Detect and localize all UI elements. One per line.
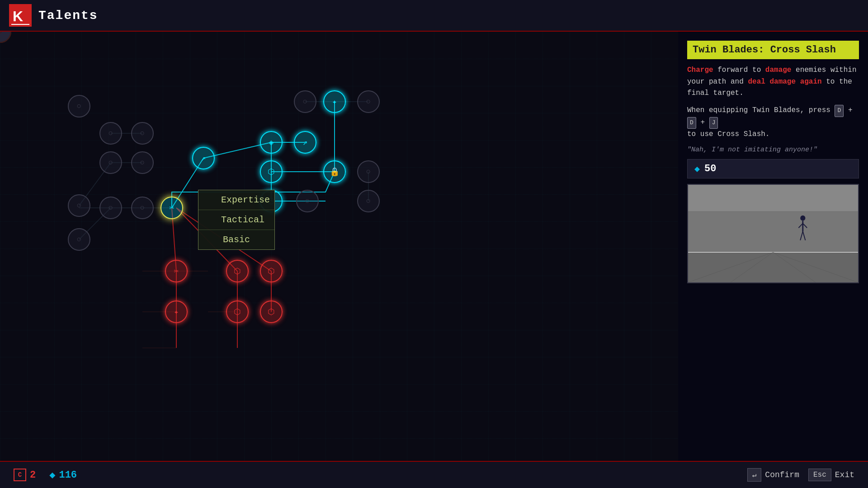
talent-node-red-5[interactable]: ⬡ — [226, 300, 249, 323]
talent-node-dim-1[interactable]: ○ — [68, 95, 90, 117]
talent-node-red-2[interactable]: ⬡ — [226, 260, 249, 282]
svg-rect-34 — [688, 251, 858, 282]
cost-diamond-icon: ◆ — [694, 163, 700, 174]
skill-extra: When equipping Twin Blades, press D + D … — [687, 105, 859, 141]
counter-diamond: ◆ 116 — [49, 469, 77, 481]
exit-key: Esc — [808, 469, 831, 481]
extra-text2: to use Cross Slash. — [687, 130, 769, 138]
talent-node-dim-14[interactable]: ○ — [294, 90, 316, 113]
svg-point-41 — [800, 216, 805, 221]
logo-icon: K — [9, 4, 32, 27]
extra-text1: When equipping Twin Blades, press — [687, 106, 835, 114]
talent-node-dim-7[interactable]: ○ — [68, 228, 90, 251]
context-menu-expertise[interactable]: Expertise — [198, 190, 274, 210]
cost-value: 50 — [704, 163, 716, 174]
talent-node-cyan-1[interactable]: ↗ — [192, 147, 215, 169]
desc-charge: Charge — [687, 66, 713, 74]
talent-node-cyan-7[interactable]: ✦ — [323, 90, 346, 113]
exit-label: Exit — [835, 470, 854, 479]
talent-node-dim-6[interactable]: ○ — [131, 151, 154, 174]
footer-counters: C 2 ◆ 116 — [14, 469, 77, 481]
confirm-key: ↵ — [747, 468, 762, 482]
context-menu: Expertise Tactical Basic — [198, 190, 275, 250]
talent-node-dim-8[interactable]: ○ — [99, 197, 122, 219]
talent-node-dim-13[interactable]: ○ — [357, 90, 380, 113]
talent-node-red-3[interactable]: ⬡ — [260, 260, 283, 282]
talent-tree[interactable]: Expertise Tactical Basic ✂ ↗ ◈ ↗ ⬡ ⬡ 🔒 ✦… — [0, 32, 678, 461]
key-d1: D — [835, 105, 844, 117]
right-panel: Twin Blades: Cross Slash Charge forward … — [678, 32, 868, 461]
preview-background — [688, 185, 858, 282]
confirm-button[interactable]: ↵ Confirm — [747, 468, 799, 482]
talent-node-reddim-7[interactable]: ○ — [0, 32, 11, 43]
skill-preview — [687, 184, 859, 283]
talent-node-red-6[interactable]: ⬡ — [260, 300, 283, 323]
exit-button[interactable]: Esc Exit — [808, 469, 854, 481]
plus2: + — [700, 118, 709, 127]
context-menu-basic[interactable]: Basic — [198, 230, 274, 249]
talent-node-cyan-4[interactable]: ⬡ — [260, 160, 283, 183]
cost-bar: ◆ 50 — [687, 159, 859, 178]
header: K Talents — [0, 0, 868, 32]
counter-c: C 2 — [14, 469, 36, 481]
skill-description: Charge forward to damage enemies within … — [687, 65, 859, 99]
plus1: + — [848, 106, 853, 114]
talent-node-red-1[interactable]: ✂ — [165, 260, 188, 282]
main-area: Expertise Tactical Basic ✂ ↗ ◈ ↗ ⬡ ⬡ 🔒 ✦… — [0, 32, 868, 461]
confirm-label: Confirm — [765, 470, 799, 479]
desc-damage: damage — [765, 66, 792, 74]
page-title: Talents — [38, 9, 98, 23]
talent-node-dim-10[interactable]: ○ — [296, 190, 319, 212]
talent-node-selected[interactable]: ✂ — [160, 197, 183, 219]
talent-node-dim-2[interactable]: ○ — [99, 122, 122, 145]
context-menu-tactical[interactable]: Tactical — [198, 210, 274, 230]
d-value: 116 — [59, 469, 77, 481]
c-value: 2 — [30, 469, 36, 481]
talent-node-dim-3[interactable]: ○ — [131, 122, 154, 145]
talent-node-cyan-2[interactable]: ◈ — [260, 131, 283, 154]
talent-node-cyan-6[interactable]: 🔒 — [323, 160, 346, 183]
talent-node-dim-12[interactable]: ○ — [357, 160, 380, 183]
key-d2: D — [687, 117, 696, 129]
svg-text:K: K — [13, 8, 23, 24]
key-j: J — [709, 117, 718, 129]
talent-node-dim-4[interactable]: ○ — [68, 194, 90, 217]
desc-text1: forward to — [717, 66, 765, 74]
diamond-icon: ◆ — [49, 469, 55, 481]
footer-actions: ↵ Confirm Esc Exit — [747, 468, 854, 482]
skill-title: Twin Blades: Cross Slash — [687, 41, 859, 59]
talent-node-dim-5[interactable]: ○ — [99, 151, 122, 174]
talent-node-dim-9[interactable]: ○ — [131, 197, 154, 219]
talent-node-dim-11[interactable]: ○ — [357, 190, 380, 212]
c-icon: C — [14, 469, 26, 481]
skill-quote: "Nah, I'm not imitating anyone!" — [687, 146, 859, 154]
talent-node-red-4[interactable]: ✦ — [165, 300, 188, 323]
talent-node-cyan-3[interactable]: ↗ — [294, 131, 316, 154]
desc-deal-damage: deal damage again — [748, 78, 821, 86]
footer: C 2 ◆ 116 ↵ Confirm Esc Exit — [0, 461, 868, 488]
